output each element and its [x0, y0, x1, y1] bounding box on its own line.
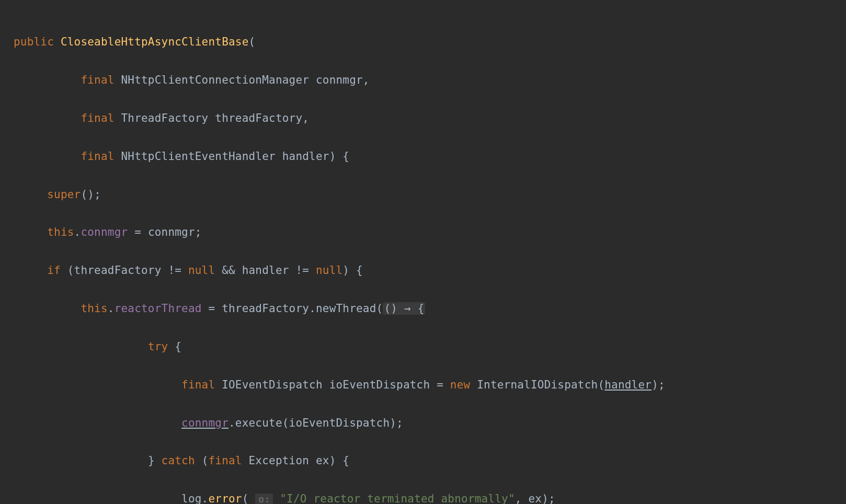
type: InternalIODispatch [477, 379, 598, 391]
keyword-null: null [316, 264, 342, 277]
keyword-this: this [47, 226, 74, 238]
captured-connmgr: connmgr [181, 417, 228, 429]
var: ex [316, 454, 329, 467]
var: threadFactory [222, 302, 309, 315]
method-call: execute [235, 417, 282, 429]
keyword-catch: catch [162, 454, 195, 467]
keyword-final: final [81, 74, 114, 86]
code-line: log.error( o: "I/O reactor terminated ab… [14, 489, 846, 504]
code-line: if (threadFactory != null && handler != … [14, 261, 846, 280]
code-line: this.connmgr = connmgr; [14, 223, 846, 242]
code-line: final ThreadFactory threadFactory, [14, 109, 846, 128]
keyword-public: public [14, 36, 54, 48]
keyword-final: final [181, 379, 215, 391]
type: NHttpClientConnectionManager [121, 74, 310, 86]
param: threadFactory [215, 112, 302, 124]
code-editor[interactable]: public CloseableHttpAsyncClientBase( fin… [0, 0, 846, 504]
type: ThreadFactory [121, 112, 209, 124]
keyword-final: final [81, 150, 114, 163]
keyword-null: null [188, 264, 215, 277]
string-literal: "I/O reactor terminated abnormally" [280, 492, 515, 504]
keyword-this: this [81, 302, 107, 315]
code-line: } catch (final Exception ex) { [14, 451, 846, 470]
code-line: connmgr.execute(ioEventDispatch); [14, 414, 846, 432]
code-line: super(); [14, 185, 846, 204]
keyword-new: new [450, 379, 471, 391]
param: handler [282, 150, 329, 163]
method-call: newThread [316, 302, 376, 315]
method-call: error [208, 492, 242, 504]
type: NHttpClientEventHandler [121, 150, 276, 163]
keyword-try: try [148, 340, 168, 353]
keyword-super: super [47, 188, 81, 201]
ctor-name: CloseableHttpAsyncClientBase [61, 36, 249, 48]
keyword-if: if [47, 264, 61, 277]
var: log [181, 492, 202, 504]
keyword-final: final [81, 112, 114, 124]
code-line: public CloseableHttpAsyncClientBase( [14, 32, 846, 51]
code-line: this.reactorThread = threadFactory.newTh… [14, 299, 846, 318]
arg: ioEventDispatch [289, 417, 390, 429]
code-line: final NHttpClientConnectionManager connm… [14, 71, 846, 89]
paren-open: ( [249, 36, 256, 48]
lambda-params: () → { [383, 302, 425, 315]
code-line: try { [14, 337, 846, 356]
var: ioEventDispatch [329, 379, 430, 391]
param: connmgr [316, 74, 363, 86]
var: handler [242, 264, 289, 277]
code-line: final IOEventDispatch ioEventDispatch = … [14, 375, 846, 394]
var: connmgr [148, 226, 195, 238]
captured-handler: handler [604, 379, 651, 391]
code-line: final NHttpClientEventHandler handler) { [14, 147, 846, 166]
var: threadFactory [74, 264, 162, 277]
field-reactorThread: reactorThread [115, 302, 202, 315]
var: ex [528, 492, 542, 504]
keyword-final: final [208, 454, 242, 467]
param-hint: o: [255, 494, 273, 504]
field-connmgr: connmgr [81, 226, 128, 238]
type: IOEventDispatch [222, 379, 323, 391]
type: Exception [249, 454, 310, 467]
